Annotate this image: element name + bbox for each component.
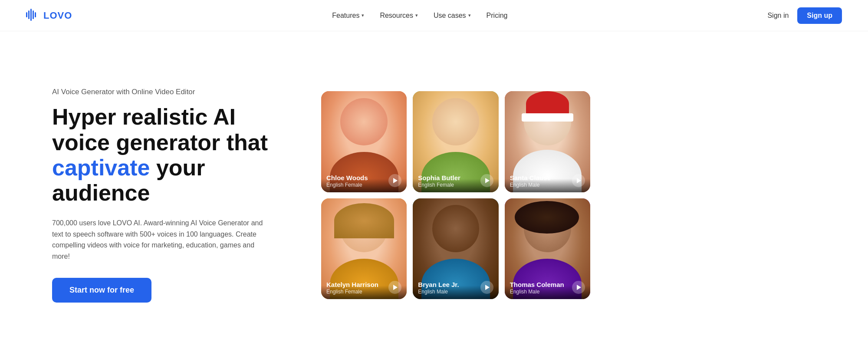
play-icon [393,178,398,183]
hero-title: Hyper realistic AI voice generator that … [52,104,295,205]
chevron-down-icon: ▾ [415,13,418,18]
voice-card-chloe[interactable]: Chloe Woods English Female [321,91,407,192]
play-icon [577,178,581,183]
voice-card-info: Bryan Lee Jr. English Male [418,281,459,295]
voice-card-info: Thomas Coleman English Male [510,281,564,295]
voice-language: English Female [326,182,368,188]
play-button[interactable] [572,281,585,294]
voice-language: English Male [510,182,551,188]
face-head [432,205,480,252]
voice-card-info: Katelyn Harrison English Female [326,281,378,295]
santa-hat [526,91,569,116]
voice-language: English Female [418,182,460,188]
voice-card-info: Sophia Butler English Female [418,174,460,188]
svg-rect-2 [30,9,32,21]
svg-rect-4 [35,12,36,17]
hero-title-part1: Hyper realistic AI voice generator that [52,104,268,155]
voice-card-bryan[interactable]: Bryan Lee Jr. English Male [413,198,498,299]
hero-description: 700,000 users love LOVO AI. Award-winnin… [52,217,269,262]
voice-card-santa[interactable]: Santa Clause English Male [505,91,590,192]
nav-features[interactable]: Features ▾ [332,12,364,20]
voice-card-overlay: Katelyn Harrison English Female [321,277,407,299]
hero-title-highlight: captivate [52,155,150,180]
voice-name: Chloe Woods [326,174,368,182]
cta-button[interactable]: Start now for free [52,278,151,303]
voice-card-sophia[interactable]: Sophia Butler English Female [413,91,498,192]
santa-hat-brim [522,113,573,122]
voice-card-overlay: Sophia Butler English Female [413,170,498,192]
nav-pricing[interactable]: Pricing [487,12,508,20]
chevron-down-icon: ▾ [362,13,364,18]
voice-language: English Male [510,289,564,295]
sign-in-button[interactable]: Sign in [767,12,789,20]
play-button[interactable] [572,174,585,187]
voice-language: English Male [418,289,459,295]
logo-icon [26,9,40,23]
nav: Features ▾ Resources ▾ Use cases ▾ Prici… [332,12,507,20]
hair [515,201,579,233]
voice-card-overlay: Chloe Woods English Female [321,170,407,192]
svg-rect-1 [28,10,30,19]
header: LOVO Features ▾ Resources ▾ Use cases ▾ … [0,0,868,31]
voice-name: Thomas Coleman [510,281,564,289]
header-actions: Sign in Sign up [767,7,842,24]
hero-section: AI Voice Generator with Online Video Edi… [52,88,295,302]
play-icon [393,285,398,290]
play-button[interactable] [388,281,401,294]
voice-name: Santa Clause [510,174,551,182]
play-button[interactable] [480,281,493,294]
hair [334,203,394,238]
play-button[interactable] [480,174,493,187]
voice-name: Bryan Lee Jr. [418,281,459,289]
svg-rect-0 [26,12,27,17]
voice-cards-grid: Chloe Woods English Female [321,91,590,299]
voice-card-overlay: Santa Clause English Male [505,170,590,192]
logo-text: LOVO [43,10,72,21]
voice-card-info: Chloe Woods English Female [326,174,368,188]
play-icon [485,285,490,290]
face-head [432,98,480,145]
voice-card-katelyn[interactable]: Katelyn Harrison English Female [321,198,407,299]
voice-card-overlay: Thomas Coleman English Male [505,277,590,299]
hero-subtitle: AI Voice Generator with Online Video Edi… [52,88,295,96]
voice-card-overlay: Bryan Lee Jr. English Male [413,277,498,299]
play-icon [577,285,581,290]
voice-card-info: Santa Clause English Male [510,174,551,188]
play-button[interactable] [388,174,401,187]
chevron-down-icon: ▾ [468,13,471,18]
voice-card-thomas[interactable]: Thomas Coleman English Male [505,198,590,299]
voice-language: English Female [326,289,378,295]
play-icon [485,178,490,183]
nav-resources[interactable]: Resources ▾ [380,12,418,20]
voice-name: Katelyn Harrison [326,281,378,289]
svg-rect-3 [33,10,34,19]
logo[interactable]: LOVO [26,9,72,23]
voice-name: Sophia Butler [418,174,460,182]
nav-use-cases[interactable]: Use cases ▾ [434,12,471,20]
sign-up-button[interactable]: Sign up [797,7,842,24]
face-head [340,98,388,145]
main-content: AI Voice Generator with Online Video Edi… [0,31,868,359]
